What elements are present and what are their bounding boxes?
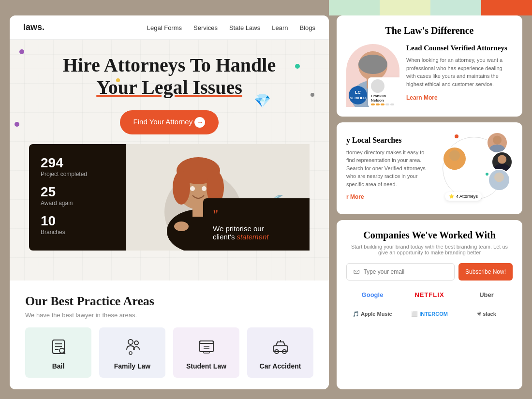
swatch-teal-light[interactable] — [430, 0, 481, 15]
lc-badge: LCVERIFIED — [349, 86, 367, 104]
find-attorney-button[interactable]: Find Your Attorney → — [120, 110, 219, 134]
local-searches-card: y Local Searches ttorney directory makes… — [337, 122, 522, 214]
dot-gray — [310, 93, 314, 97]
swatch-green-light[interactable] — [329, 0, 380, 15]
family-icon — [123, 337, 142, 356]
dot-yellow — [116, 78, 120, 82]
cluster-dot-teal — [486, 173, 488, 176]
attorney-image-area: 🔨 " We pritorise our client's statement — [126, 144, 310, 251]
nav-blogs[interactable]: Blogs — [299, 24, 315, 31]
cluster-person-3 — [443, 147, 467, 171]
right-panel: The Law's Difference LCVERIFIED — [337, 15, 522, 389]
subscribe-button[interactable]: Subscribe Now! — [458, 263, 513, 281]
nav-state-laws[interactable]: State Laws — [229, 24, 260, 31]
practice-card-car[interactable]: Car Accident — [247, 327, 313, 378]
quote-text: We pritorise our client's statement — [213, 224, 300, 241]
svg-rect-20 — [200, 341, 213, 343]
laws-diff-text: Lead Counsel Verified Attorneys When loo… — [406, 44, 513, 107]
laws-diff-title: The Law's Difference — [346, 25, 513, 36]
practice-card-student[interactable]: Student Law — [173, 327, 239, 378]
svg-point-16 — [128, 340, 133, 344]
practice-card-family[interactable]: Family Law — [99, 327, 165, 378]
company-apple-music: 🎵 Apple Music — [346, 307, 399, 321]
practice-title: Our Best Practice Areas — [25, 294, 313, 309]
arrow-icon: → — [194, 117, 205, 128]
laws-diff-heading: Lead Counsel Verified Attorneys — [406, 44, 513, 52]
dot-teal — [295, 64, 300, 69]
svg-point-31 — [358, 55, 387, 74]
learn-more-link[interactable]: Learn More — [406, 94, 438, 101]
company-slack: ✳ slack — [460, 307, 513, 321]
quote-mark: " — [213, 208, 300, 222]
dot-purple2 — [15, 122, 19, 127]
student-label: Student Law — [186, 362, 226, 370]
svg-point-39 — [446, 161, 464, 170]
svg-point-8 — [174, 222, 189, 231]
swatch-orange[interactable] — [481, 0, 532, 15]
cluster-person-4 — [488, 169, 510, 191]
gem-decoration: 💎 — [254, 93, 271, 109]
email-icon — [354, 268, 360, 275]
companies-logos: Google NETFLIX Uber 🎵 Apple Music ⬜ INTE… — [346, 287, 513, 321]
cluster-person-1 — [487, 132, 508, 153]
cluster-dot-orange — [455, 134, 458, 138]
dot-purple — [19, 49, 24, 54]
quote-block: " We pritorise our client's statement — [203, 198, 310, 251]
svg-point-17 — [134, 341, 138, 345]
companies-subtitle: Start building your brand today with the… — [346, 244, 513, 255]
stat-branches: 10 Branches — [41, 213, 114, 236]
cluster-badge: ⭐ 4 Attorneys — [445, 192, 482, 201]
bail-icon — [49, 337, 68, 356]
svg-rect-7 — [192, 207, 204, 217]
email-input-wrap — [346, 263, 455, 281]
svg-point-41 — [491, 182, 507, 190]
companies-card: Companies We've Worked With Start buildi… — [337, 220, 522, 389]
attorneys-cluster: ⭐ 4 Attorneys — [435, 132, 513, 205]
nav-learn[interactable]: Learn — [272, 24, 288, 31]
svg-point-18 — [129, 352, 132, 355]
company-uber: Uber — [460, 287, 513, 302]
practice-subtitle: We have the best lawyer in these areas. — [25, 311, 313, 319]
laws-diff-desc: When looking for an attorney, you want a… — [406, 56, 513, 88]
svg-point-6 — [202, 186, 207, 191]
local-searches-title: y Local Searches — [346, 136, 429, 145]
practice-card-bail[interactable]: Bail — [25, 327, 91, 378]
color-swatches — [329, 0, 532, 15]
stat-awards: 25 Award again — [41, 184, 114, 207]
logo: laws. — [23, 22, 44, 32]
attorney-photo: LCVERIFIED Franklin Nelson — [346, 44, 399, 107]
hero-title: Hire Attorneys To Handle Your Legal Issu… — [29, 54, 310, 99]
laws-diff-content: LCVERIFIED Franklin Nelson — [346, 44, 513, 107]
left-panel: laws. Legal Forms Services State Laws Le… — [10, 15, 329, 389]
family-label: Family Law — [114, 362, 150, 370]
stats-block: 294 Project completed 25 Award again 10 … — [29, 144, 126, 251]
email-input[interactable] — [364, 268, 447, 275]
companies-title: Companies We've Worked With — [346, 230, 513, 241]
svg-point-38 — [449, 150, 460, 161]
stat-projects: 294 Project completed — [41, 155, 114, 177]
svg-point-36 — [498, 155, 506, 163]
stats-hero-row: 294 Project completed 25 Award again 10 … — [29, 144, 310, 251]
local-text: y Local Searches ttorney directory makes… — [346, 136, 429, 201]
email-row: Subscribe Now! — [346, 263, 513, 281]
svg-point-5 — [190, 186, 195, 191]
main-container: laws. Legal Forms Services State Laws Le… — [10, 15, 522, 389]
company-google: Google — [346, 287, 399, 302]
attorney-mini-img — [371, 79, 384, 93]
local-more-link[interactable]: r More — [346, 193, 364, 200]
local-searches-desc: ttorney directory makes it easy to find … — [346, 148, 429, 189]
navbar: laws. Legal Forms Services State Laws Le… — [10, 15, 329, 40]
company-intercom: ⬜ INTERCOM — [403, 307, 456, 321]
practice-section: Our Best Practice Areas We have the best… — [10, 281, 329, 389]
laws-difference-card: The Law's Difference LCVERIFIED — [337, 15, 522, 117]
swatch-yellow-light[interactable] — [380, 0, 430, 15]
rating-dots — [371, 103, 399, 105]
car-label: Car Accident — [260, 362, 301, 370]
attorney-mini-name: Franklin Nelson — [371, 94, 399, 103]
nav-legal-forms[interactable]: Legal Forms — [147, 24, 182, 31]
practice-cards: Bail Family Law — [25, 327, 313, 378]
nav-services[interactable]: Services — [193, 24, 218, 31]
bail-label: Bail — [52, 362, 65, 370]
svg-rect-24 — [204, 352, 209, 353]
student-icon — [197, 337, 216, 356]
